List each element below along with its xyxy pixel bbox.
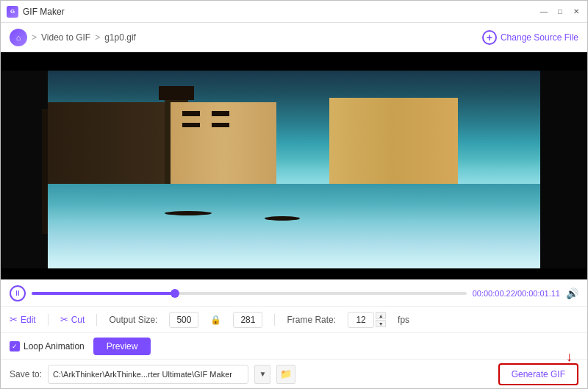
- header: ⌂ > Video to GIF > g1p0.gif + Change Sou…: [1, 23, 587, 52]
- save-to-label: Save to:: [10, 369, 42, 379]
- title-bar-left: G GIF Maker: [7, 6, 539, 18]
- output-size-label: Output Size:: [109, 315, 157, 325]
- width-input[interactable]: [169, 312, 198, 328]
- edit-icon: ✂: [10, 314, 18, 325]
- browse-folder-button[interactable]: 📁: [276, 365, 295, 384]
- breadcrumb: ⌂ > Video to GIF > g1p0.gif: [10, 29, 482, 46]
- loop-animation-label: Loop Animation: [24, 341, 85, 351]
- breadcrumb-separator-2: >: [95, 32, 100, 43]
- home-button[interactable]: ⌂: [10, 29, 27, 46]
- pause-button[interactable]: ⏸: [10, 285, 26, 301]
- controls-bar: ⏸ 00:00:00.22/00:00:01.11 🔊: [1, 279, 587, 306]
- frame-rate-control: ▲ ▼: [348, 312, 386, 328]
- close-button[interactable]: ✕: [571, 7, 581, 17]
- toolbar-separator-2: [96, 314, 97, 326]
- frame-rate-down-button[interactable]: ▼: [376, 320, 386, 327]
- options-bar: ✓ Loop Animation Preview: [1, 332, 587, 359]
- change-source-button[interactable]: + Change Source File: [482, 30, 578, 45]
- change-source-label: Change Source File: [501, 32, 578, 43]
- breadcrumb-file: g1p0.gif: [104, 32, 136, 43]
- cut-label: Cut: [71, 315, 85, 325]
- title-bar: G GIF Maker — □ ✕: [1, 1, 587, 23]
- time-current: 00:00:00.22: [473, 289, 515, 298]
- add-icon: +: [482, 30, 497, 45]
- frame-rate-input[interactable]: [348, 312, 374, 328]
- home-icon: ⌂: [16, 33, 21, 42]
- height-input[interactable]: [233, 312, 262, 328]
- maximize-button[interactable]: □: [555, 7, 565, 17]
- path-dropdown-button[interactable]: ▼: [254, 365, 270, 384]
- pause-icon: ⏸: [14, 289, 21, 297]
- app-icon: G: [7, 6, 18, 18]
- edit-button[interactable]: ✂ Edit: [10, 314, 36, 325]
- time-display: 00:00:00.22/00:00:01.11: [473, 289, 560, 298]
- cut-icon: ✂: [60, 314, 68, 325]
- generate-gif-button[interactable]: Generate GIF: [498, 363, 578, 385]
- arrow-indicator: ↓: [566, 350, 573, 363]
- frame-rate-stepper: ▲ ▼: [376, 312, 386, 327]
- app-window: G GIF Maker — □ ✕ ⌂ > Video to GIF > g1p…: [0, 0, 588, 389]
- breadcrumb-section: Video to GIF: [41, 32, 90, 43]
- progress-fill: [32, 292, 175, 295]
- cut-button[interactable]: ✂ Cut: [60, 314, 85, 325]
- loop-animation-checkbox[interactable]: ✓ Loop Animation: [10, 341, 85, 351]
- frame-rate-label: Frame Rate:: [287, 315, 336, 325]
- save-path-display: C:\ArkThinker\ArkThinke...rter Ultimate\…: [48, 365, 248, 384]
- video-area: [1, 52, 587, 279]
- frame-rate-up-button[interactable]: ▲: [376, 312, 386, 319]
- toolbar-separator-1: [48, 314, 49, 326]
- preview-button[interactable]: Preview: [93, 338, 151, 355]
- lock-icon[interactable]: 🔒: [210, 315, 221, 325]
- time-total: 00:00:01.11: [517, 289, 560, 298]
- volume-button[interactable]: 🔊: [566, 288, 578, 299]
- save-path-text: C:\ArkThinker\ArkThinke...rter Ultimate\…: [53, 370, 232, 379]
- video-scene: [1, 52, 587, 279]
- progress-bar[interactable]: [32, 292, 467, 295]
- app-title: GIF Maker: [23, 7, 65, 17]
- toolbar-separator-3: [274, 314, 275, 326]
- generate-btn-wrap: ↓ Generate GIF: [498, 363, 578, 385]
- progress-thumb[interactable]: [171, 289, 179, 298]
- edit-label: Edit: [21, 315, 36, 325]
- minimize-button[interactable]: —: [539, 7, 549, 17]
- save-bar: Save to: C:\ArkThinker\ArkThinke...rter …: [1, 359, 587, 388]
- breadcrumb-separator: >: [32, 32, 37, 43]
- toolbar: ✂ Edit ✂ Cut Output Size: 🔒 Frame Rate: …: [1, 306, 587, 332]
- checkbox-icon: ✓: [10, 341, 20, 351]
- fps-label: fps: [398, 315, 409, 325]
- window-controls: — □ ✕: [539, 7, 581, 17]
